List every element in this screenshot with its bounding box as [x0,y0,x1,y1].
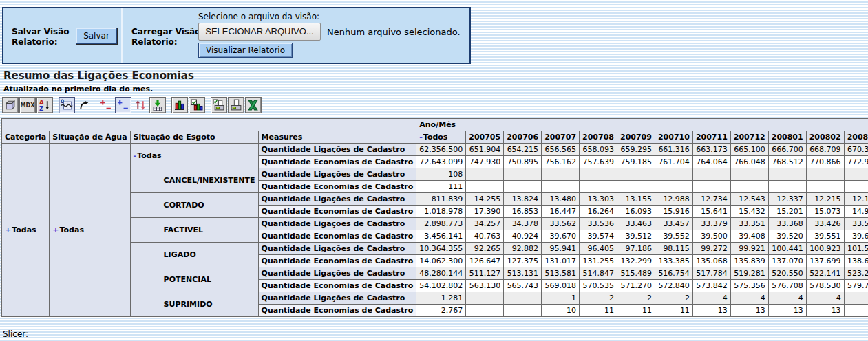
measure-cell: Quantidade Ligações de Cadastro [258,144,416,156]
value-cell: 569.018 [542,280,580,292]
bar-chart-icon [173,99,186,111]
print-config-icon[interactable] [211,97,227,113]
excel-icon [247,99,260,111]
expand-icon[interactable]: + [52,226,59,234]
export-excel-icon[interactable] [245,97,262,113]
value-cell: 579.773 [844,280,868,292]
drill-replace-icon[interactable] [132,97,149,113]
value-cell: 33.463 [617,218,655,230]
sort-icon[interactable]: A Z [36,97,53,113]
value-cell: 135.839 [730,255,768,267]
value-cell: 133.385 [655,255,692,267]
value-cell: 33.510 [844,218,868,230]
load-section: Carregar Visão Relatorio: Selecione o ar… [123,8,469,63]
value-cell: 13.155 [617,193,655,206]
value-cell: 2 [655,292,692,305]
value-cell: 33.562 [542,218,580,230]
collapse-icon[interactable]: - [134,151,137,160]
bar-chart-check-icon [191,99,203,111]
value-cell: 101.507 [844,243,868,255]
value-cell: 13.303 [580,193,617,206]
esgoto-label: Todas [137,151,161,160]
value-cell [504,292,542,305]
value-cell: 15.432 [730,206,768,218]
value-cell: 572.840 [655,280,692,292]
collapse-icon[interactable]: - [419,133,423,142]
value-cell [617,168,655,181]
print-icon[interactable] [228,97,244,113]
value-cell: 16.853 [504,206,542,218]
value-cell: 661.316 [655,144,692,156]
member-cell-esgoto: CORTADO [130,193,258,218]
value-cell: 772.921 [844,156,868,168]
value-cell: 766.048 [730,156,768,168]
mdx-editor-icon[interactable]: MDX [19,97,36,113]
swap-axes-icon[interactable] [76,97,92,113]
value-cell: 92.882 [504,243,542,255]
value-cell: 654.215 [504,144,542,156]
value-cell: 126.647 [466,255,504,267]
value-cell: 39.617 [844,230,868,243]
drill-member-icon[interactable] [98,97,114,113]
value-cell: 33.457 [655,218,692,230]
value-cell: 573.842 [692,280,730,292]
agua-label: Todas [59,226,83,234]
column-header-month: 200706 [504,131,542,144]
mdx-label: MDX [21,102,35,109]
save-button[interactable]: Salvar [76,28,117,44]
value-cell: 17.390 [466,206,504,218]
save-view-label-line1: Salvar Visão [12,27,70,36]
value-cell: 4 [730,292,768,305]
member-cell-esgoto: LIGADO [130,243,258,267]
drill-position-icon[interactable] [115,97,131,113]
value-cell [692,168,730,181]
value-cell [768,181,806,193]
value-cell: 757.639 [580,156,617,168]
value-cell: 33.426 [806,218,844,230]
swap-axes-arrow-icon [78,99,90,111]
value-cell: 12.106 [844,193,868,206]
value-cell: 658.093 [580,144,617,156]
drill-through-icon[interactable] [149,97,166,113]
value-cell [466,168,504,181]
chart-config-icon[interactable] [189,97,205,113]
save-load-panel: Salvar Visão Relatorio: Salvar Carregar … [2,7,471,64]
value-cell: 515.489 [617,267,655,280]
value-cell: 519.281 [730,267,768,280]
value-cell: 523.226 [844,267,868,280]
value-cell: 15.073 [806,206,844,218]
column-header-categoria: Categoria [2,131,50,144]
value-cell: 517.784 [692,267,730,280]
value-cell: 570.535 [580,280,617,292]
olap-navigator-icon[interactable] [2,97,19,113]
value-cell: 747.930 [466,156,504,168]
plus-minus-red-icon [100,99,112,111]
view-report-button[interactable]: Visualizar Relatorio [198,43,293,58]
page-title: Resumo das Ligações Economias [3,69,194,82]
value-cell-todos: 3.456.141 [416,230,466,243]
value-cell: 100.441 [768,243,806,255]
file-status-text: Nenhum arquivo selecionado. [327,27,461,37]
show-parent-members-icon[interactable]: 0 [59,97,75,113]
todos-header-label: Todos [423,133,448,142]
value-cell: 12.215 [806,193,844,206]
esgoto-label: CORTADO [164,201,204,210]
value-cell: 656.565 [542,144,580,156]
esgoto-label: LIGADO [164,250,196,259]
value-cell: 135.068 [692,255,730,267]
value-cell [768,168,806,181]
column-header-month: 200802 [806,131,844,144]
member-cell-agua: +Todas [50,144,130,317]
value-cell: 759.185 [617,156,655,168]
expand-icon[interactable]: + [5,226,11,234]
column-header-month: 200711 [692,131,730,144]
select-file-button[interactable]: SELECIONAR ARQUIVO... [198,23,321,41]
value-cell: 13 [730,305,768,317]
pivot-table-container: Ano/MêsCategoriaSituação de ÁguaSituação… [1,118,868,317]
value-cell [692,181,730,193]
parent-members-icon: 0 [61,99,73,111]
value-cell: 39.500 [692,230,730,243]
value-cell: 15.916 [655,206,692,218]
value-cell: 39.552 [655,230,692,243]
chart-icon[interactable] [171,97,188,113]
